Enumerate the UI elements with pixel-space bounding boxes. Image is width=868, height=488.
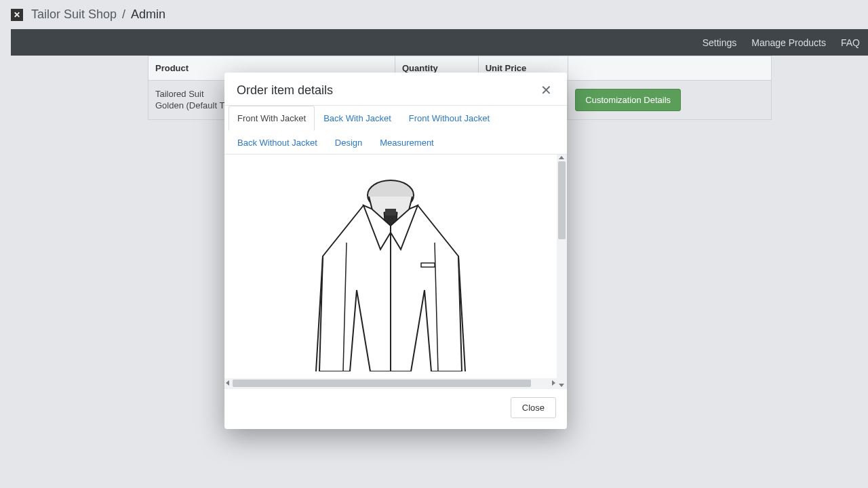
horizontal-scroll-thumb[interactable] (233, 380, 531, 387)
modal-tabs: Front With Jacket Back With Jacket Front… (229, 106, 563, 154)
suit-front-jacket-icon (282, 175, 499, 371)
vertical-scrollbar[interactable] (557, 155, 567, 388)
tab-measurement[interactable]: Measurement (371, 130, 442, 155)
vertical-scroll-thumb[interactable] (558, 161, 566, 239)
tab-back-without-jacket[interactable]: Back Without Jacket (229, 130, 326, 155)
preview-scroll-area (224, 155, 567, 388)
tab-back-with-jacket[interactable]: Back With Jacket (315, 106, 400, 131)
modal-close-x-button[interactable]: ✕ (538, 82, 555, 98)
modal-title: Order item details (237, 83, 333, 98)
tab-design[interactable]: Design (326, 130, 371, 155)
tab-front-with-jacket[interactable]: Front With Jacket (229, 106, 315, 131)
modal-close-button[interactable]: Close (511, 397, 556, 418)
close-icon: ✕ (540, 83, 552, 98)
order-item-details-modal: Order item details ✕ Front With Jacket B… (224, 73, 567, 429)
tab-front-without-jacket[interactable]: Front Without Jacket (400, 106, 498, 131)
horizontal-scrollbar[interactable] (224, 378, 557, 388)
suit-preview (224, 155, 557, 378)
svg-rect-1 (385, 209, 396, 216)
